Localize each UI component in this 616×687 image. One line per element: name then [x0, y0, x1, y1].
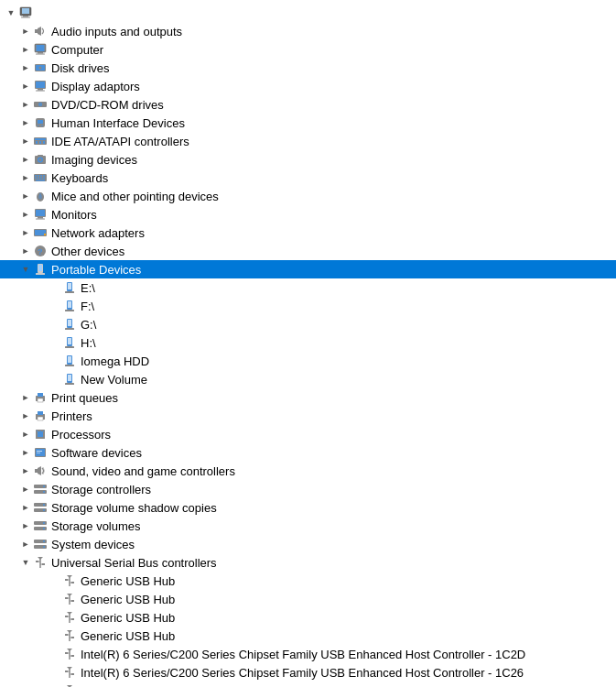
tree-item-iomega[interactable]: Iomega HDD	[0, 352, 616, 370]
tree-item-processors[interactable]: Processors	[0, 425, 616, 443]
tree-item-sysdev[interactable]: System devices	[0, 535, 616, 553]
item-label-usbhub3: Generic USB Hub	[81, 611, 616, 625]
tree-item-usbhub1[interactable]: Generic USB Hub	[0, 572, 616, 590]
tree-item-audio[interactable]: Audio inputs and outputs	[0, 22, 616, 40]
tree-item-ide[interactable]: IDE ATA/ATAPI controllers	[0, 132, 616, 150]
drive-icon-newvol	[62, 372, 77, 387]
expand-arrow-computer[interactable]	[18, 42, 33, 57]
expand-arrow-keyboards[interactable]	[18, 170, 33, 185]
tree-item-intel1c2d[interactable]: Intel(R) 6 Series/C200 Series Chipset Fa…	[0, 645, 616, 663]
expand-arrow-other[interactable]	[18, 244, 33, 258]
expand-arrow-software[interactable]	[18, 445, 33, 460]
svg-marker-140	[67, 649, 72, 651]
tree-item-printers[interactable]: Printers	[0, 407, 616, 425]
tree-item-newvol[interactable]: New Volume	[0, 370, 616, 388]
keyboard-icon-keyboards	[33, 170, 48, 185]
item-label-usb: Universal Serial Bus controllers	[51, 556, 616, 570]
tree-item-usbhub4[interactable]: Generic USB Hub	[0, 627, 616, 645]
expand-arrow-display[interactable]	[18, 79, 33, 93]
tree-item-intel1c26[interactable]: Intel(R) 6 Series/C200 Series Chipset Fa…	[0, 663, 616, 682]
tree-item-other[interactable]: ?Other devices	[0, 242, 616, 260]
tree-item-usbhub2[interactable]: Generic USB Hub	[0, 590, 616, 608]
root-expand-arrow[interactable]	[4, 5, 18, 20]
tree-item-g[interactable]: G:\	[0, 315, 616, 333]
expand-arrow-storvol[interactable]	[18, 500, 33, 515]
expand-arrow-usb[interactable]	[18, 555, 33, 570]
svg-rect-123	[65, 597, 68, 599]
expand-arrow-g[interactable]	[48, 317, 62, 332]
tree-item-usbhub3[interactable]: Generic USB Hub	[0, 608, 616, 627]
root-node[interactable]	[0, 4, 616, 22]
expand-arrow-disk[interactable]	[18, 60, 33, 75]
expand-arrow-usbcomp1[interactable]	[48, 683, 62, 687]
computer-icon	[18, 5, 33, 20]
tree-item-monitors[interactable]: Monitors	[0, 205, 616, 224]
expand-arrow-storvols[interactable]	[18, 518, 33, 533]
item-label-software: Software devices	[51, 446, 616, 460]
expand-arrow-newvol[interactable]	[48, 372, 62, 387]
expand-arrow-hid[interactable]	[18, 115, 33, 130]
tree-item-usb[interactable]: Universal Serial Bus controllers	[0, 553, 616, 572]
tree-item-display[interactable]: Display adaptors	[0, 77, 616, 95]
tree-item-h[interactable]: H:\	[0, 333, 616, 352]
expand-arrow-audio[interactable]	[18, 24, 33, 38]
tree-item-usbcomp1[interactable]: USB Composite Device	[0, 682, 616, 687]
tree-item-storvols[interactable]: Storage volumes	[0, 517, 616, 535]
tree-item-imaging[interactable]: Imaging devices	[0, 150, 616, 169]
expand-arrow-mice[interactable]	[18, 189, 33, 203]
expand-arrow-monitors[interactable]	[18, 207, 33, 222]
tree-item-storvol[interactable]: Storage volume shadow copies	[0, 498, 616, 517]
expand-arrow-network[interactable]	[18, 225, 33, 240]
expand-arrow-iomega[interactable]	[48, 354, 62, 368]
expand-arrow-usbhub2[interactable]	[48, 592, 62, 606]
expand-arrow-usbhub3[interactable]	[48, 610, 62, 625]
expand-arrow-portable[interactable]	[18, 262, 33, 277]
svg-rect-81	[38, 417, 43, 420]
tree-item-keyboards[interactable]: Keyboards	[0, 169, 616, 187]
tree-item-network[interactable]: Network adapters	[0, 224, 616, 242]
svg-point-31	[39, 158, 42, 161]
tree-item-software[interactable]: Software devices	[0, 443, 616, 462]
tree-item-dvd[interactable]: DVD/CD-ROM drives	[0, 95, 616, 114]
item-label-keyboards: Keyboards	[51, 171, 616, 185]
expand-arrow-processors[interactable]	[18, 427, 33, 442]
svg-rect-117	[65, 579, 68, 581]
tree-item-hid[interactable]: Human Interface Devices	[0, 114, 616, 132]
expand-arrow-f[interactable]	[48, 299, 62, 313]
expand-arrow-intel1c2d[interactable]	[48, 647, 62, 661]
svg-point-96	[43, 491, 45, 493]
expand-arrow-printers[interactable]	[18, 409, 33, 423]
tree-item-printq[interactable]: Print queues	[0, 388, 616, 407]
display-icon-display	[33, 79, 48, 93]
print-icon-printq	[33, 390, 48, 405]
expand-arrow-sysdev[interactable]	[18, 537, 33, 551]
expand-arrow-intel1c26[interactable]	[48, 665, 62, 680]
tree-item-computer[interactable]: Computer	[0, 40, 616, 59]
expand-arrow-imaging[interactable]	[18, 152, 33, 167]
expand-arrow-ide[interactable]	[18, 134, 33, 148]
expand-arrow-storctrl[interactable]	[18, 482, 33, 496]
tree-item-e[interactable]: E:\	[0, 278, 616, 297]
tree-item-portable[interactable]: Portable Devices	[0, 260, 616, 278]
tree-item-f[interactable]: F:\	[0, 297, 616, 315]
expand-arrow-dvd[interactable]	[18, 97, 33, 112]
expand-arrow-usbhub1[interactable]	[48, 573, 62, 588]
tree-item-disk[interactable]: Disk drives	[0, 59, 616, 77]
item-label-display: Display adaptors	[51, 80, 616, 93]
expand-arrow-sound[interactable]	[18, 463, 33, 478]
svg-rect-4	[35, 29, 38, 33]
expand-arrow-h[interactable]	[48, 335, 62, 350]
tree-item-storctrl[interactable]: Storage controllers	[0, 480, 616, 498]
device-manager-tree[interactable]: Audio inputs and outputsComputerDisk dri…	[0, 0, 616, 687]
tree-item-sound[interactable]: Sound, video and game controllers	[0, 462, 616, 480]
svg-rect-112	[42, 563, 45, 565]
svg-rect-34	[35, 175, 37, 177]
expand-arrow-printq[interactable]	[18, 390, 33, 405]
storage-icon-sysdev	[33, 537, 48, 551]
svg-point-103	[43, 522, 45, 524]
expand-arrow-usbhub4[interactable]	[48, 628, 62, 643]
item-label-sound: Sound, video and game controllers	[51, 464, 616, 478]
tree-item-mice[interactable]: Mice and other pointing devices	[0, 187, 616, 205]
svg-rect-135	[65, 634, 68, 636]
expand-arrow-e[interactable]	[48, 280, 62, 295]
